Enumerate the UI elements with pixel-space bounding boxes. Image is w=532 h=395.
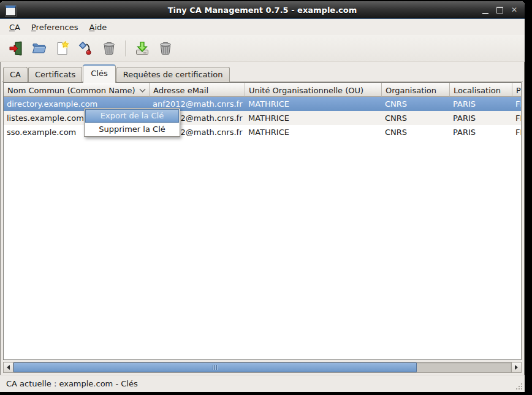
tab-cles[interactable]: Clés [83,64,115,83]
menu-aide[interactable]: Aide [83,21,112,34]
toolbar [0,35,525,62]
tab-ca[interactable]: CA [3,67,28,82]
tinyca-window: Tiny CA Management 0.7.5 - example.com ✕… [0,1,525,390]
table-row[interactable]: directory.example.com anf2012@math.cnrs.… [4,97,521,111]
sort-indicator-icon [139,86,145,93]
menu-preferences[interactable]: Preferences [26,21,83,34]
arrow-right-icon [515,365,518,370]
menubar: CA Preferences Aide [0,19,525,35]
tabstrip: CA Certificats Clés Requêtes de certific… [0,62,525,82]
window-icon [6,6,16,16]
minimize-icon[interactable] [482,6,488,14]
exit-button[interactable] [5,37,27,59]
table-row[interactable]: sso.example.com anf2012@math.cnrs.fr MAT… [4,125,521,139]
column-header-localisation[interactable]: Localisation [450,83,512,97]
export-key-icon [134,40,150,56]
context-menu: Export de la Clé Supprimer la Clé [84,108,180,137]
tab-certificats[interactable]: Certificats [28,67,82,82]
thumb-grip-icon [213,365,213,370]
column-header-province[interactable]: Province [512,83,521,97]
arrow-left-icon [7,365,10,370]
open-ca-button[interactable] [28,37,50,59]
thumb-grip-icon [215,365,215,370]
delete-icon [101,40,117,56]
window-controls: ✕ [482,1,517,18]
open-ca-icon [31,40,47,56]
column-header-ou[interactable]: Unité Organisationnelle (OU) [245,83,382,97]
column-header-common-name[interactable]: Nom Commun (Common Name) [4,83,150,97]
delete-key-icon [158,40,173,56]
status-text: CA actuelle : example.com - Clés [6,379,138,388]
maximize-icon[interactable] [496,7,503,13]
scrollbar-track[interactable] [13,362,511,372]
keys-page: Nom Commun (Common Name) Adresse eMail U… [2,82,522,373]
window-title: Tiny CA Management 0.7.5 - example.com [0,6,525,15]
menu-item-delete-key[interactable]: Supprimer la Clé [85,123,179,136]
delete-button[interactable] [98,37,120,59]
table-header: Nom Commun (Common Name) Adresse eMail U… [4,83,521,97]
import-request-icon [78,40,94,56]
close-icon[interactable]: ✕ [511,7,517,13]
tab-requetes[interactable]: Requêtes de certification [116,67,230,82]
titlebar[interactable]: Tiny CA Management 0.7.5 - example.com ✕ [0,1,525,19]
new-certificate-icon [55,40,70,56]
thumb-grip-icon [216,365,217,370]
export-key-button[interactable] [131,37,153,59]
statusbar: CA actuelle : example.com - Clés [0,375,525,392]
column-header-email[interactable]: Adresse eMail [150,83,245,97]
keys-list: Nom Commun (Common Name) Adresse eMail U… [3,82,522,360]
table-row[interactable]: listes.example.com anf2012@math.cnrs.fr … [4,111,521,125]
toolbar-separator [125,40,126,56]
exit-icon [8,40,24,56]
new-certificate-button[interactable] [51,37,74,59]
delete-key-button[interactable] [154,37,177,59]
scroll-left-button[interactable] [4,362,13,372]
horizontal-scrollbar [3,362,522,373]
resize-grip[interactable] [515,382,523,390]
column-header-organisation[interactable]: Organisation [382,83,450,97]
menu-ca[interactable]: CA [4,21,26,34]
menu-item-export-key[interactable]: Export de la Clé [85,109,179,123]
desktop-background: Tiny CA Management 0.7.5 - example.com ✕… [0,0,532,395]
import-request-button[interactable] [75,37,97,59]
scroll-right-button[interactable] [511,362,521,372]
scrollbar-thumb[interactable] [13,362,417,372]
